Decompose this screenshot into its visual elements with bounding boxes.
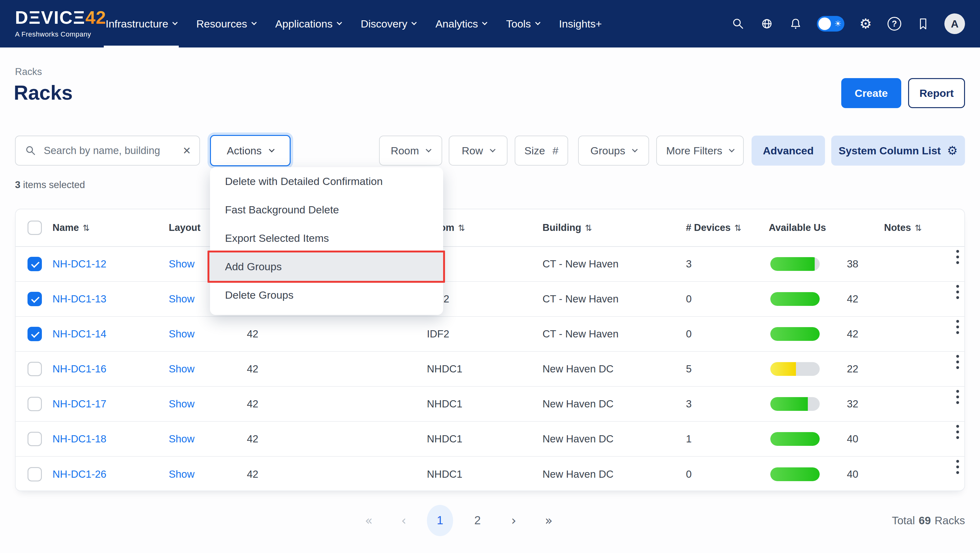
select-all-checkbox[interactable]	[27, 221, 42, 235]
clear-search-icon[interactable]: ×	[183, 144, 191, 157]
header-devices[interactable]: # Devices⇅	[686, 209, 741, 246]
header-name[interactable]: Name⇅	[52, 209, 90, 246]
devices-count: 3	[686, 387, 692, 421]
report-button[interactable]: Report	[908, 78, 965, 108]
rack-name-link[interactable]: NH-DC1-13	[52, 282, 106, 316]
groups-filter[interactable]: Groups	[578, 136, 649, 165]
row-checkbox[interactable]	[27, 432, 42, 446]
pagination-next-button[interactable]: ›	[502, 504, 526, 537]
nav-item-tools[interactable]: Tools	[506, 0, 539, 48]
menu-item-add-groups[interactable]: Add Groups	[210, 253, 443, 281]
nav-item-resources[interactable]: Resources	[196, 0, 256, 48]
availability-bar-track	[770, 327, 820, 341]
pagination: « ‹ 1 2 › »	[357, 504, 561, 537]
building-value: New Haven DC	[542, 387, 613, 421]
advanced-button[interactable]: Advanced	[752, 136, 825, 165]
notifications-bell-icon[interactable]	[788, 16, 803, 31]
row-checkbox[interactable]	[27, 257, 42, 271]
row-actions-kebab-icon[interactable]	[953, 422, 962, 456]
rack-name-link[interactable]: NH-DC1-26	[52, 457, 106, 492]
rack-name-link[interactable]: NH-DC1-16	[52, 352, 106, 386]
theme-toggle[interactable]: ☀	[817, 16, 845, 32]
sort-icon[interactable]: ⇅	[458, 223, 465, 233]
menu-item-export-selected-items[interactable]: Export Selected Items	[210, 224, 443, 253]
room-filter-label: Room	[391, 145, 419, 157]
row-checkbox[interactable]	[27, 397, 42, 411]
layout-show-link[interactable]: Show	[169, 422, 195, 456]
nav-label: Discovery	[361, 18, 407, 30]
row-actions-kebab-icon[interactable]	[953, 387, 962, 421]
row-actions-kebab-icon[interactable]	[953, 317, 962, 351]
devices-count: 3	[686, 247, 692, 281]
search-icon[interactable]	[730, 16, 746, 31]
nav-item-infrastructure[interactable]: Infrastructure	[106, 0, 177, 48]
rack-name-link[interactable]: NH-DC1-17	[52, 387, 106, 421]
menu-item-delete-with-detailed-confirmation[interactable]: Delete with Detailed Confirmation	[210, 167, 443, 195]
layout-show-link[interactable]: Show	[169, 387, 195, 421]
row-actions-kebab-icon[interactable]	[953, 247, 962, 281]
layout-show-link[interactable]: Show	[169, 282, 195, 316]
header-building[interactable]: Building⇅	[542, 209, 592, 246]
pagination-prev-button[interactable]: ‹	[392, 504, 415, 537]
racks-page: DΞVICΞ42 A Freshworks Company Infrastruc…	[0, 0, 980, 553]
size-filter[interactable]: Size#	[515, 136, 568, 165]
layout-show-link[interactable]: Show	[169, 457, 195, 492]
row-checkbox[interactable]	[27, 362, 42, 376]
nav-label: Tools	[506, 18, 531, 30]
gear-icon: ⚙	[947, 145, 958, 157]
nav-item-discovery[interactable]: Discovery	[361, 0, 416, 48]
device42-logo[interactable]: DΞVICΞ42 A Freshworks Company	[15, 7, 106, 38]
system-column-list-button[interactable]: System Column List ⚙	[831, 136, 965, 165]
layout-show-link[interactable]: Show	[169, 247, 195, 281]
room-filter[interactable]: Room	[379, 136, 442, 165]
more-filters[interactable]: More Filters	[656, 136, 744, 165]
nav-label: Applications	[275, 18, 332, 30]
settings-gear-icon[interactable]: ⚙	[858, 16, 873, 31]
groups-filter-label: Groups	[590, 145, 625, 157]
sort-icon[interactable]: ⇅	[585, 223, 592, 233]
bookmark-icon[interactable]	[916, 16, 931, 31]
nav-item-applications[interactable]: Applications	[275, 0, 341, 48]
chevron-down-icon	[172, 20, 178, 25]
help-icon[interactable]: ?	[887, 16, 902, 31]
more-filters-label: More Filters	[666, 145, 722, 157]
room-value: NHDC1	[427, 352, 463, 386]
breadcrumb[interactable]: Racks	[15, 66, 42, 78]
row-actions-kebab-icon[interactable]	[953, 352, 962, 386]
rack-name-link[interactable]: NH-DC1-14	[52, 317, 106, 351]
search-input[interactable]	[44, 145, 180, 157]
header-notes[interactable]: Notes⇅	[884, 209, 922, 246]
menu-item-fast-background-delete[interactable]: Fast Background Delete	[210, 195, 443, 224]
nav-item-insights[interactable]: Insights+	[559, 0, 602, 48]
layout-show-link[interactable]: Show	[169, 317, 195, 351]
layout-show-link[interactable]: Show	[169, 352, 195, 386]
pagination-page-2[interactable]: 2	[465, 504, 491, 537]
pagination-first-button[interactable]: «	[357, 504, 380, 537]
sort-icon[interactable]: ⇅	[83, 223, 90, 233]
table-row: NH-DC1-12 Show 42 Lab CT - New Haven 3 3…	[16, 247, 964, 282]
sort-icon[interactable]: ⇅	[915, 223, 922, 233]
row-checkbox[interactable]	[27, 467, 42, 481]
user-avatar[interactable]: A	[944, 13, 965, 34]
availability-bar-fill	[770, 432, 820, 446]
top-navbar: DΞVICΞ42 A Freshworks Company Infrastruc…	[0, 0, 980, 48]
row-actions-kebab-icon[interactable]	[953, 457, 962, 492]
nav-item-analytics[interactable]: Analytics	[435, 0, 487, 48]
row-actions-kebab-icon[interactable]	[953, 282, 962, 316]
create-button[interactable]: Create	[841, 78, 901, 108]
row-checkbox[interactable]	[27, 292, 42, 306]
nav-label: Insights+	[559, 18, 602, 30]
rack-name-link[interactable]: NH-DC1-18	[52, 422, 106, 456]
globe-icon[interactable]	[759, 16, 775, 31]
size-filter-label: Size	[524, 145, 545, 157]
chevron-down-icon	[482, 20, 487, 25]
row-filter[interactable]: Row	[449, 136, 508, 165]
pagination-page-1[interactable]: 1	[427, 505, 453, 536]
rack-name-link[interactable]: NH-DC1-12	[52, 247, 106, 281]
actions-dropdown-button[interactable]: Actions	[210, 135, 291, 166]
sort-icon[interactable]: ⇅	[734, 223, 741, 233]
devices-count: 0	[686, 317, 692, 351]
menu-item-delete-groups[interactable]: Delete Groups	[210, 281, 443, 309]
row-checkbox[interactable]	[27, 327, 42, 341]
pagination-last-button[interactable]: »	[537, 504, 561, 537]
